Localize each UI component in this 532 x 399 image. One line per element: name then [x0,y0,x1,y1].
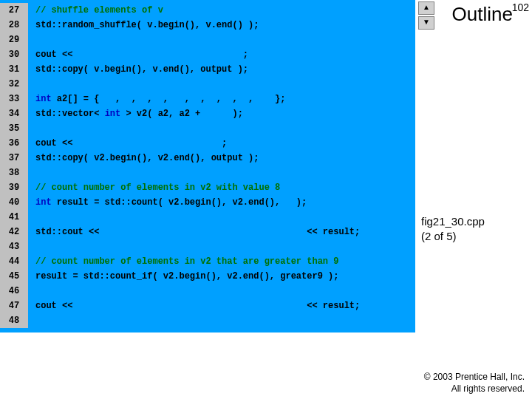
line-number: 43 [0,239,28,254]
arrow-up-icon[interactable]: ▲ [418,1,434,15]
line-number: 34 [0,106,28,121]
code-row: 47cout << << result; [0,299,415,313]
code-line: cout << ; [35,136,227,151]
code-row: 48 [0,313,415,328]
code-row: 30cout << ; [0,47,415,62]
code-line: int a2[] = { , , , , , , , , , }; [35,92,285,106]
code-line: std::copy( v2.begin(), v2.end(), output … [35,151,259,166]
line-number: 37 [0,151,28,166]
line-number: 47 [0,299,28,313]
figure-part: (2 of 5) [421,230,457,242]
copyright: © 2003 Prentice Hall, Inc. All rights re… [424,371,525,395]
code-row: 34std::vector< int > v2( a2, a2 + ); [0,106,415,121]
line-number: 28 [0,18,28,33]
line-number: 33 [0,92,28,106]
line-number: 48 [0,313,28,328]
code-row: 28std::random_shuffle( v.begin(), v.end(… [0,18,415,33]
code-row: 45result = std::count_if( v2.begin(), v2… [0,269,415,284]
outline-title: Outline [452,3,513,26]
code-line: // count number of elements in v2 with v… [35,180,280,195]
code-block: 27// shuffle elements of v28std::random_… [0,0,415,332]
copyright-line1: © 2003 Prentice Hall, Inc. [424,372,525,382]
code-row: 37std::copy( v2.begin(), v2.end(), outpu… [0,151,415,166]
code-row: 39// count number of elements in v2 with… [0,180,415,195]
code-line: cout << << result; [35,299,360,313]
line-number: 30 [0,47,28,62]
copyright-line2: All rights reserved. [451,383,525,394]
code-line: std::copy( v.begin(), v.end(), output ); [35,62,248,77]
line-number: 42 [0,225,28,239]
code-row: 27// shuffle elements of v [0,3,415,18]
code-line: result = std::count_if( v2.begin(), v2.e… [35,269,338,284]
code-row: 42std::cout << << result; [0,225,415,239]
line-number: 36 [0,136,28,151]
line-number: 39 [0,180,28,195]
line-number: 32 [0,77,28,92]
figure-name: fig21_30.cpp [421,215,485,228]
line-number: 35 [0,121,28,136]
code-row: 38 [0,166,415,180]
code-row: 31std::copy( v.begin(), v.end(), output … [0,62,415,77]
line-number: 41 [0,210,28,225]
slide: 27// shuffle elements of v28std::random_… [0,0,532,399]
code-line: std::cout << << result; [35,225,360,239]
line-number: 31 [0,62,28,77]
code-row: 40int result = std::count( v2.begin(), v… [0,195,415,210]
code-row: 43 [0,239,415,254]
code-line: // count number of elements in v2 that a… [35,254,338,269]
line-number: 27 [0,3,28,18]
code-line: // shuffle elements of v [35,3,163,18]
line-number: 45 [0,269,28,284]
line-number: 40 [0,195,28,210]
code-row: 35 [0,121,415,136]
code-line: std::random_shuffle( v.begin(), v.end() … [35,18,259,33]
page-number: 102 [512,1,529,13]
arrow-down-icon[interactable]: ▼ [418,16,434,30]
code-row: 41 [0,210,415,225]
code-row: 36cout << ; [0,136,415,151]
code-row: 29 [0,33,415,47]
line-number: 38 [0,166,28,180]
code-line: std::vector< int > v2( a2, a2 + ); [35,106,243,121]
line-number: 46 [0,284,28,299]
line-number: 29 [0,33,28,47]
code-row: 44// count number of elements in v2 that… [0,254,415,269]
code-row: 46 [0,284,415,299]
line-number: 44 [0,254,28,269]
code-line: int result = std::count( v2.begin(), v2.… [35,195,307,210]
code-row: 33int a2[] = { , , , , , , , , , }; [0,92,415,106]
code-row: 32 [0,77,415,92]
code-line: cout << ; [35,47,248,62]
figure-label: fig21_30.cpp (2 of 5) [421,214,485,244]
